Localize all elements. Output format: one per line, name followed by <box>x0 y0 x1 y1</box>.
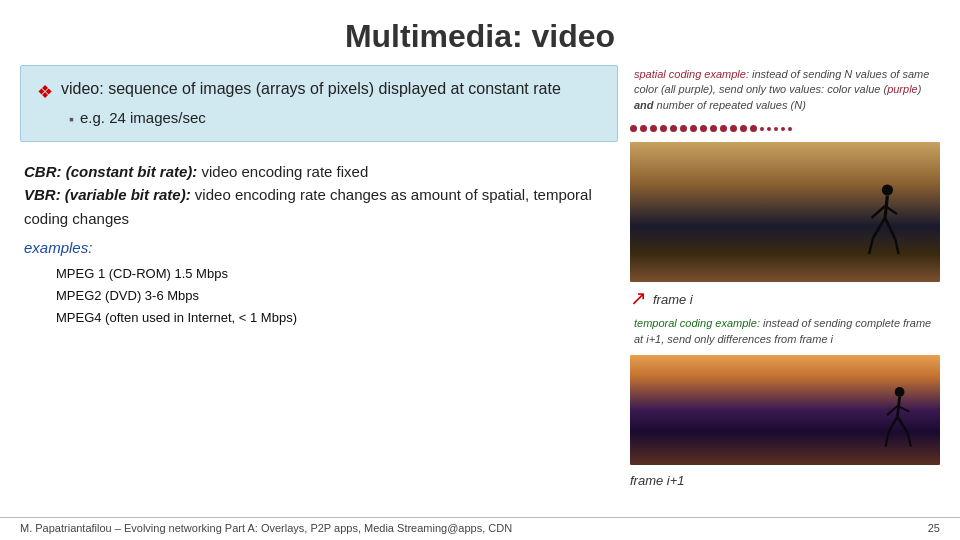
dot-12 <box>740 125 747 132</box>
dot-7 <box>690 125 697 132</box>
svg-point-0 <box>882 185 893 196</box>
spatial-coding-note: spatial coding example: instead of sendi… <box>630 65 940 115</box>
frame-i1-image <box>630 355 940 465</box>
footer-page-number: 25 <box>928 522 940 534</box>
spatial-body2: ) <box>918 83 922 95</box>
left-panel: ❖ video: sequence of images (arrays of p… <box>20 65 618 525</box>
dot-18 <box>788 127 792 131</box>
cbr-line: CBR: (constant bit rate): video encoding… <box>24 160 614 183</box>
dots-row <box>630 121 940 136</box>
bullet-main-text: video: sequence of images (arrays of pix… <box>61 80 561 98</box>
bullet-main: ❖ video: sequence of images (arrays of p… <box>37 80 601 103</box>
sub-bullet-text: e.g. 24 images/sec <box>80 109 206 127</box>
runner-silhouette-bottom <box>875 385 920 455</box>
diamond-icon: ❖ <box>37 81 53 103</box>
mpeg4-item: MPEG4 (often used in Internet, < 1 Mbps) <box>56 307 614 329</box>
dot-9 <box>710 125 717 132</box>
cbr-label: CBR: (constant bit rate): <box>24 163 197 180</box>
dot-13 <box>750 125 757 132</box>
dot-16 <box>774 127 778 131</box>
svg-line-14 <box>887 406 898 415</box>
dot-14 <box>760 127 764 131</box>
dot-4 <box>660 125 667 132</box>
sub-bullet: ▪ e.g. 24 images/sec <box>69 109 601 127</box>
vbr-line: VBR: (variable bit rate): video encoding… <box>24 183 614 230</box>
dot-15 <box>767 127 771 131</box>
mpeg2-item: MPEG2 (DVD) 3-6 Mbps <box>56 285 614 307</box>
spatial-and-word: and <box>634 99 654 111</box>
svg-line-10 <box>888 416 897 432</box>
vbr-label: VBR: (variable bit rate): <box>24 186 191 203</box>
examples-line: examples: <box>24 236 614 259</box>
frame-i1-label: frame i+1 <box>630 473 940 488</box>
mpeg1-item: MPEG 1 (CD-ROM) 1.5 Mbps <box>56 263 614 285</box>
svg-line-3 <box>885 218 895 240</box>
frame-i-label-row: ↗ frame i <box>630 288 940 308</box>
dot-6 <box>680 125 687 132</box>
footer-left: M. Papatriantafilou – Evolving networkin… <box>20 522 512 534</box>
page-title: Multimedia: video <box>30 18 930 55</box>
square-icon: ▪ <box>69 111 74 127</box>
dot-3 <box>650 125 657 132</box>
mpeg-list: MPEG 1 (CD-ROM) 1.5 Mbps MPEG2 (DVD) 3-6… <box>56 263 614 329</box>
main-layout: ❖ video: sequence of images (arrays of p… <box>0 65 960 525</box>
svg-line-13 <box>908 434 911 447</box>
temporal-label: temporal coding example: <box>634 317 760 329</box>
spatial-label: spatial coding example: <box>634 68 749 80</box>
svg-point-8 <box>895 387 905 397</box>
blue-box: ❖ video: sequence of images (arrays of p… <box>20 65 618 142</box>
dot-10 <box>720 125 727 132</box>
svg-line-11 <box>898 416 909 434</box>
footer: M. Papatriantafilou – Evolving networkin… <box>0 517 960 534</box>
runner-silhouette-top <box>860 182 910 262</box>
dot-5 <box>670 125 677 132</box>
arrow-icon: ↗ <box>630 288 647 308</box>
svg-line-2 <box>873 218 885 238</box>
svg-line-4 <box>869 238 873 254</box>
dot-2 <box>640 125 647 132</box>
spatial-body3: number of repeated values (N) <box>654 99 806 111</box>
dot-17 <box>781 127 785 131</box>
frame-i-label: frame i <box>653 292 693 307</box>
dot-11 <box>730 125 737 132</box>
right-panel: spatial coding example: instead of sendi… <box>630 65 940 525</box>
svg-line-5 <box>895 240 898 254</box>
spatial-purple-word: purple <box>887 83 918 95</box>
dot-8 <box>700 125 707 132</box>
frame-i-image <box>630 142 940 282</box>
svg-line-12 <box>886 433 889 447</box>
dot-1 <box>630 125 637 132</box>
title-bar: Multimedia: video <box>0 0 960 65</box>
temporal-coding-note: temporal coding example: instead of send… <box>630 314 940 349</box>
examples-label: examples: <box>24 239 92 256</box>
cbr-section: CBR: (constant bit rate): video encoding… <box>20 152 618 337</box>
svg-line-6 <box>871 206 885 218</box>
cbr-text: video encoding rate fixed <box>197 163 368 180</box>
